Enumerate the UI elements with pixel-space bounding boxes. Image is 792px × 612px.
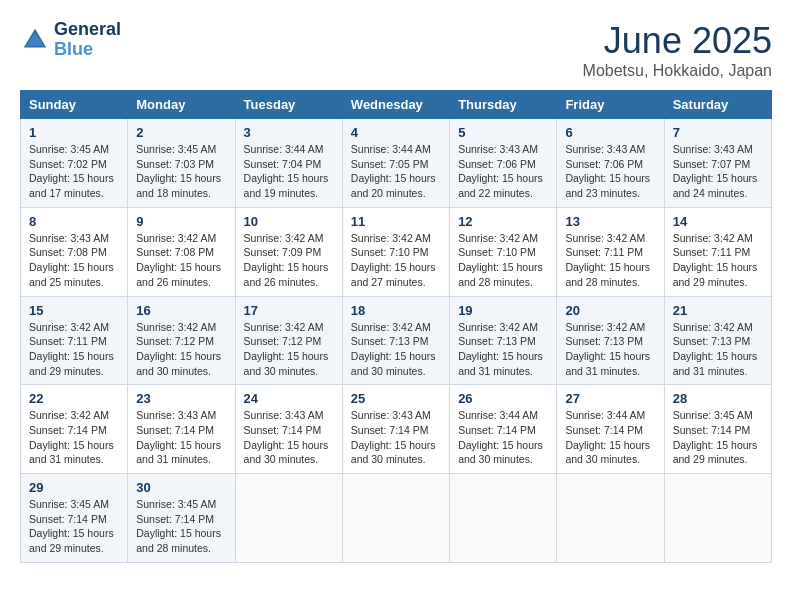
location-text: Mobetsu, Hokkaido, Japan [583,62,772,80]
logo: General Blue [20,20,121,60]
day-info: Sunrise: 3:42 AM Sunset: 7:11 PM Dayligh… [29,320,119,379]
table-row: 8 Sunrise: 3:43 AM Sunset: 7:08 PM Dayli… [21,207,128,296]
day-info: Sunrise: 3:43 AM Sunset: 7:06 PM Dayligh… [565,142,655,201]
header: General Blue June 2025 Mobetsu, Hokkaido… [20,20,772,80]
table-row: 17 Sunrise: 3:42 AM Sunset: 7:12 PM Dayl… [235,296,342,385]
table-row: 12 Sunrise: 3:42 AM Sunset: 7:10 PM Dayl… [450,207,557,296]
table-row: 15 Sunrise: 3:42 AM Sunset: 7:11 PM Dayl… [21,296,128,385]
day-number: 1 [29,125,119,140]
table-row: 21 Sunrise: 3:42 AM Sunset: 7:13 PM Dayl… [664,296,771,385]
day-number: 21 [673,303,763,318]
table-row: 7 Sunrise: 3:43 AM Sunset: 7:07 PM Dayli… [664,119,771,208]
day-number: 24 [244,391,334,406]
calendar-week-row: 22 Sunrise: 3:42 AM Sunset: 7:14 PM Dayl… [21,385,772,474]
table-row: 24 Sunrise: 3:43 AM Sunset: 7:14 PM Dayl… [235,385,342,474]
day-number: 10 [244,214,334,229]
table-row: 14 Sunrise: 3:42 AM Sunset: 7:11 PM Dayl… [664,207,771,296]
day-number: 6 [565,125,655,140]
day-number: 23 [136,391,226,406]
table-row: 9 Sunrise: 3:42 AM Sunset: 7:08 PM Dayli… [128,207,235,296]
day-number: 7 [673,125,763,140]
day-info: Sunrise: 3:45 AM Sunset: 7:02 PM Dayligh… [29,142,119,201]
day-info: Sunrise: 3:42 AM Sunset: 7:10 PM Dayligh… [458,231,548,290]
table-row: 4 Sunrise: 3:44 AM Sunset: 7:05 PM Dayli… [342,119,449,208]
day-number: 13 [565,214,655,229]
calendar-week-row: 1 Sunrise: 3:45 AM Sunset: 7:02 PM Dayli… [21,119,772,208]
day-number: 25 [351,391,441,406]
table-row: 19 Sunrise: 3:42 AM Sunset: 7:13 PM Dayl… [450,296,557,385]
calendar-table: Sunday Monday Tuesday Wednesday Thursday… [20,90,772,563]
calendar-week-row: 29 Sunrise: 3:45 AM Sunset: 7:14 PM Dayl… [21,474,772,563]
table-row: 29 Sunrise: 3:45 AM Sunset: 7:14 PM Dayl… [21,474,128,563]
day-info: Sunrise: 3:43 AM Sunset: 7:14 PM Dayligh… [136,408,226,467]
day-info: Sunrise: 3:42 AM Sunset: 7:14 PM Dayligh… [29,408,119,467]
day-info: Sunrise: 3:43 AM Sunset: 7:07 PM Dayligh… [673,142,763,201]
table-row: 3 Sunrise: 3:44 AM Sunset: 7:04 PM Dayli… [235,119,342,208]
table-row: 1 Sunrise: 3:45 AM Sunset: 7:02 PM Dayli… [21,119,128,208]
day-info: Sunrise: 3:44 AM Sunset: 7:04 PM Dayligh… [244,142,334,201]
table-row: 27 Sunrise: 3:44 AM Sunset: 7:14 PM Dayl… [557,385,664,474]
day-number: 8 [29,214,119,229]
day-info: Sunrise: 3:45 AM Sunset: 7:14 PM Dayligh… [29,497,119,556]
day-number: 2 [136,125,226,140]
day-info: Sunrise: 3:45 AM Sunset: 7:14 PM Dayligh… [136,497,226,556]
header-wednesday: Wednesday [342,91,449,119]
table-row: 28 Sunrise: 3:45 AM Sunset: 7:14 PM Dayl… [664,385,771,474]
header-thursday: Thursday [450,91,557,119]
calendar-header-row: Sunday Monday Tuesday Wednesday Thursday… [21,91,772,119]
day-info: Sunrise: 3:44 AM Sunset: 7:05 PM Dayligh… [351,142,441,201]
day-number: 22 [29,391,119,406]
day-info: Sunrise: 3:42 AM Sunset: 7:10 PM Dayligh… [351,231,441,290]
table-row: 20 Sunrise: 3:42 AM Sunset: 7:13 PM Dayl… [557,296,664,385]
table-row: 23 Sunrise: 3:43 AM Sunset: 7:14 PM Dayl… [128,385,235,474]
table-row: 5 Sunrise: 3:43 AM Sunset: 7:06 PM Dayli… [450,119,557,208]
day-number: 12 [458,214,548,229]
day-info: Sunrise: 3:42 AM Sunset: 7:13 PM Dayligh… [565,320,655,379]
day-info: Sunrise: 3:42 AM Sunset: 7:11 PM Dayligh… [673,231,763,290]
day-number: 29 [29,480,119,495]
day-number: 4 [351,125,441,140]
day-number: 26 [458,391,548,406]
day-number: 14 [673,214,763,229]
table-row [664,474,771,563]
table-row: 25 Sunrise: 3:43 AM Sunset: 7:14 PM Dayl… [342,385,449,474]
table-row: 13 Sunrise: 3:42 AM Sunset: 7:11 PM Dayl… [557,207,664,296]
day-number: 27 [565,391,655,406]
day-info: Sunrise: 3:42 AM Sunset: 7:12 PM Dayligh… [136,320,226,379]
header-monday: Monday [128,91,235,119]
day-number: 20 [565,303,655,318]
day-number: 5 [458,125,548,140]
table-row: 26 Sunrise: 3:44 AM Sunset: 7:14 PM Dayl… [450,385,557,474]
day-info: Sunrise: 3:43 AM Sunset: 7:14 PM Dayligh… [244,408,334,467]
day-number: 17 [244,303,334,318]
day-info: Sunrise: 3:43 AM Sunset: 7:06 PM Dayligh… [458,142,548,201]
title-area: June 2025 Mobetsu, Hokkaido, Japan [583,20,772,80]
day-info: Sunrise: 3:42 AM Sunset: 7:13 PM Dayligh… [351,320,441,379]
day-number: 30 [136,480,226,495]
day-number: 28 [673,391,763,406]
table-row: 18 Sunrise: 3:42 AM Sunset: 7:13 PM Dayl… [342,296,449,385]
day-info: Sunrise: 3:45 AM Sunset: 7:14 PM Dayligh… [673,408,763,467]
logo-icon [20,25,50,55]
table-row: 10 Sunrise: 3:42 AM Sunset: 7:09 PM Dayl… [235,207,342,296]
logo-line2: Blue [54,40,121,60]
logo-text: General Blue [54,20,121,60]
header-tuesday: Tuesday [235,91,342,119]
day-number: 9 [136,214,226,229]
day-info: Sunrise: 3:42 AM Sunset: 7:13 PM Dayligh… [673,320,763,379]
table-row: 22 Sunrise: 3:42 AM Sunset: 7:14 PM Dayl… [21,385,128,474]
day-info: Sunrise: 3:44 AM Sunset: 7:14 PM Dayligh… [565,408,655,467]
day-info: Sunrise: 3:42 AM Sunset: 7:09 PM Dayligh… [244,231,334,290]
month-year-title: June 2025 [583,20,772,62]
day-info: Sunrise: 3:42 AM Sunset: 7:12 PM Dayligh… [244,320,334,379]
day-info: Sunrise: 3:43 AM Sunset: 7:08 PM Dayligh… [29,231,119,290]
calendar-week-row: 15 Sunrise: 3:42 AM Sunset: 7:11 PM Dayl… [21,296,772,385]
day-info: Sunrise: 3:42 AM Sunset: 7:08 PM Dayligh… [136,231,226,290]
day-info: Sunrise: 3:42 AM Sunset: 7:11 PM Dayligh… [565,231,655,290]
day-number: 18 [351,303,441,318]
header-saturday: Saturday [664,91,771,119]
header-friday: Friday [557,91,664,119]
table-row [342,474,449,563]
table-row: 11 Sunrise: 3:42 AM Sunset: 7:10 PM Dayl… [342,207,449,296]
table-row [557,474,664,563]
